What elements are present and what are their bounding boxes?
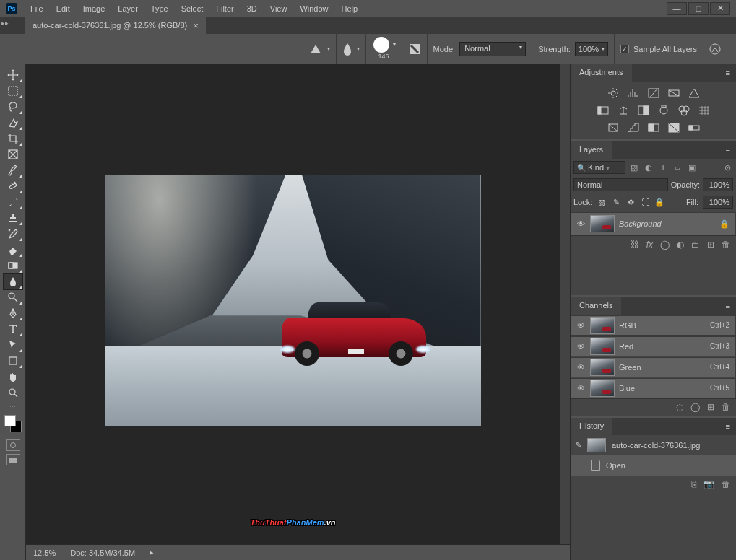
blur-strength-icon[interactable]: ▾ <box>337 34 366 64</box>
sample-all-layers-control[interactable]: ✓ Sample All Layers <box>615 34 703 64</box>
marquee-tool[interactable] <box>4 83 22 99</box>
adjustments-menu-icon[interactable]: ≡ <box>720 69 736 77</box>
strength-input[interactable]: 100%▾ <box>575 42 608 56</box>
channels-menu-icon[interactable]: ≡ <box>720 302 736 310</box>
quick-select-tool[interactable] <box>4 115 22 131</box>
menu-help[interactable]: Help <box>336 1 364 16</box>
fill-input[interactable]: 100% <box>703 196 733 209</box>
scrollbar-vertical[interactable] <box>560 64 570 560</box>
statusbar-chevron-icon[interactable]: ▸ <box>150 548 154 557</box>
brush-panel-toggle[interactable] <box>402 34 428 64</box>
visibility-toggle-icon[interactable]: 👁 <box>571 219 590 228</box>
channel-row-rgb[interactable]: 👁RGBCtrl+2 <box>571 315 736 336</box>
brightness-icon[interactable] <box>607 87 620 99</box>
lock-all-icon[interactable]: 🔒 <box>654 197 664 207</box>
brush-tool[interactable] <box>4 194 22 210</box>
delete-state-icon[interactable]: 🗑 <box>722 479 730 489</box>
adjustment-layer-icon[interactable]: ◐ <box>677 240 684 250</box>
lock-artboard-icon[interactable]: ⛶ <box>640 197 650 207</box>
brush-preset-picker[interactable]: ▾ 146 <box>366 34 402 64</box>
new-channel-icon[interactable]: ⊞ <box>707 402 714 412</box>
dodge-tool[interactable] <box>4 289 22 305</box>
menu-layer[interactable]: Layer <box>112 1 144 16</box>
quickmask-toggle[interactable] <box>6 439 20 451</box>
history-menu-icon[interactable]: ≡ <box>720 422 736 431</box>
color-lookup-icon[interactable] <box>698 105 711 116</box>
lock-transparent-icon[interactable]: ▨ <box>597 197 607 207</box>
layer-name[interactable]: Background <box>619 219 719 228</box>
layers-tab[interactable]: Layers <box>571 141 612 159</box>
gradient-tool[interactable] <box>4 258 22 274</box>
color-balance-icon[interactable] <box>617 105 630 116</box>
history-brush-tool[interactable] <box>4 226 22 242</box>
bw-icon[interactable] <box>637 105 650 116</box>
tool-preset-picker[interactable]: ▾ <box>303 34 337 64</box>
layers-menu-icon[interactable]: ≡ <box>720 146 736 154</box>
zoom-level[interactable]: 12.5% <box>33 548 56 557</box>
channels-tab[interactable]: Channels <box>571 297 621 315</box>
lasso-tool[interactable] <box>4 99 22 115</box>
menu-type[interactable]: Type <box>145 1 174 16</box>
channel-mixer-icon[interactable] <box>677 105 690 116</box>
threshold-icon[interactable] <box>647 122 660 134</box>
canvas-area[interactable]: ThuThuatPhanMem.vn <box>26 64 560 560</box>
menu-file[interactable]: File <box>25 1 49 16</box>
curves-icon[interactable] <box>647 87 660 99</box>
blend-mode-select[interactable]: Normal <box>573 178 668 191</box>
eraser-tool[interactable] <box>4 242 22 258</box>
delete-channel-icon[interactable]: 🗑 <box>722 402 730 412</box>
maximize-button[interactable]: □ <box>688 2 709 15</box>
doc-size[interactable]: Doc: 34.5M/34.5M <box>70 548 135 557</box>
filter-shape-icon[interactable]: ▱ <box>672 162 683 173</box>
shape-tool[interactable] <box>4 353 22 369</box>
color-swatches[interactable] <box>4 415 22 432</box>
close-button[interactable]: ✕ <box>710 2 730 15</box>
hand-tool[interactable] <box>4 369 22 385</box>
filter-toggle-icon[interactable]: ⊘ <box>722 162 733 173</box>
layer-row-background[interactable]: 👁 Background 🔒 <box>571 212 736 235</box>
exposure-icon[interactable] <box>667 87 680 99</box>
visibility-toggle-icon[interactable]: 👁 <box>571 363 590 372</box>
selective-color-icon[interactable] <box>667 122 680 134</box>
delete-layer-icon[interactable]: 🗑 <box>722 240 730 250</box>
sample-all-checkbox[interactable]: ✓ <box>620 45 629 53</box>
invert-icon[interactable] <box>607 122 620 134</box>
channel-row-green[interactable]: 👁GreenCtrl+4 <box>571 357 736 377</box>
filter-pixel-icon[interactable]: ▧ <box>628 162 640 173</box>
channel-row-red[interactable]: 👁RedCtrl+3 <box>571 336 736 356</box>
adjustments-tab[interactable]: Adjustments <box>571 64 632 82</box>
lock-position-icon[interactable]: ✥ <box>625 197 636 207</box>
link-layers-icon[interactable]: ⛓ <box>631 240 639 250</box>
type-tool[interactable] <box>4 321 22 337</box>
zoom-tool[interactable] <box>4 385 22 401</box>
visibility-toggle-icon[interactable]: 👁 <box>571 342 590 351</box>
menu-window[interactable]: Window <box>294 1 334 16</box>
stamp-tool[interactable] <box>4 210 22 226</box>
frame-tool[interactable] <box>4 146 22 162</box>
menu-view[interactable]: View <box>264 1 293 16</box>
move-tool[interactable] <box>4 67 22 83</box>
layer-filter-kind[interactable]: 🔍 Kind ▾ <box>573 161 625 174</box>
foreground-color[interactable] <box>4 415 16 426</box>
pen-tool[interactable] <box>4 305 22 321</box>
healing-brush-tool[interactable] <box>4 178 22 194</box>
filter-type-icon[interactable]: T <box>657 162 669 173</box>
minimize-button[interactable]: — <box>667 2 687 15</box>
load-selection-icon[interactable]: ◌ <box>676 402 683 412</box>
menu-3d[interactable]: 3D <box>241 1 263 16</box>
crop-tool[interactable] <box>4 131 22 146</box>
history-snapshot-row[interactable]: ✎ auto-car-cold-376361.jpg <box>571 435 736 455</box>
vibrance-icon[interactable] <box>688 87 701 99</box>
close-tab-icon[interactable]: × <box>193 20 199 31</box>
hue-icon[interactable] <box>597 105 610 116</box>
opacity-input[interactable]: 100% <box>703 178 733 191</box>
screenmode-toggle[interactable] <box>6 454 20 465</box>
history-brush-source-icon[interactable]: ✎ <box>575 440 581 450</box>
edit-toolbar[interactable]: ··· <box>4 401 22 411</box>
photo-filter-icon[interactable] <box>657 105 670 116</box>
eyedropper-tool[interactable] <box>4 162 22 178</box>
new-layer-icon[interactable]: ⊞ <box>707 240 714 250</box>
fx-icon[interactable]: fx <box>646 240 653 250</box>
lock-paint-icon[interactable]: ✎ <box>611 197 621 207</box>
filter-adjust-icon[interactable]: ◐ <box>643 162 654 173</box>
